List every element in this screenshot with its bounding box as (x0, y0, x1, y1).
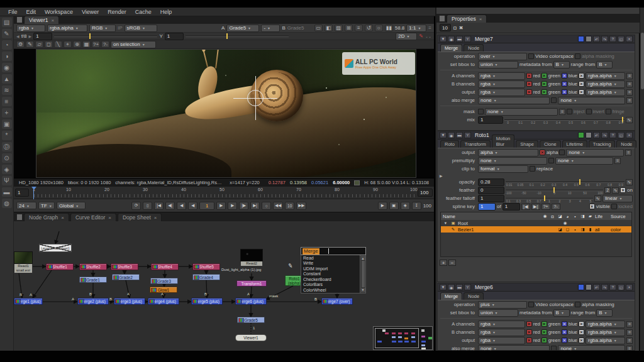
deep-icon[interactable]: Ⓓ (2, 142, 12, 151)
bbox-select[interactable]: union (478, 61, 518, 69)
node-glow1[interactable]: Glow1 (150, 287, 177, 293)
add-point-icon[interactable]: ⊕ (73, 41, 81, 48)
node-shuffle4[interactable]: Shuffle4 (151, 263, 179, 270)
output-select[interactable]: alpha (478, 149, 538, 156)
node-layercontactsheet1-disabled[interactable]: LayerContactSheet1 (39, 244, 72, 252)
curve-icon[interactable]: ∿ (612, 187, 619, 194)
alpha-channel-select[interactable]: rgba.alpha (586, 329, 625, 336)
popup-menu-item[interactable]: UDIM import (301, 266, 360, 272)
alpha-channel-select[interactable]: rgba.alpha (586, 321, 625, 328)
current-frame-input[interactable]: 1 (199, 202, 214, 210)
max-panels-input[interactable]: 10 (440, 24, 451, 31)
feather-input[interactable]: 0 (478, 187, 504, 194)
alpha-checkbox[interactable]: ✕ (579, 321, 584, 327)
undo-icon[interactable]: ↶ (593, 284, 600, 290)
views-icon[interactable]: ⊙ (2, 153, 12, 163)
premult-channel-select[interactable]: none (555, 157, 613, 165)
link-button[interactable]: = (559, 109, 565, 115)
add-shape-button[interactable]: + (440, 260, 447, 266)
node-shuffle1[interactable]: Shuffle1 (46, 263, 74, 270)
toolsets-icon[interactable]: Ψ (2, 176, 12, 185)
checker-icon[interactable]: ▨ (335, 25, 343, 31)
gain-input[interactable]: 1 (33, 33, 52, 40)
gamma-slider[interactable] (186, 33, 289, 39)
expand-icon[interactable]: ⌄⌄ (425, 34, 431, 38)
expander-icon[interactable]: ▶ (440, 173, 443, 178)
float-panel-icon[interactable]: ◱ (618, 132, 625, 138)
node-shuffle3[interactable]: Shuffle3 (111, 263, 138, 270)
alpha-channel-select[interactable]: rgba.alpha (586, 89, 625, 96)
node-merge2-plus[interactable]: Merge2 (plus) (77, 298, 109, 305)
range-out-input[interactable]: 100 (418, 189, 433, 197)
timeline-ruler[interactable]: 1102030405060708090100 (31, 187, 418, 199)
roto-tab[interactable]: Node (616, 140, 636, 148)
color-swatch-icon[interactable]: ▬ (456, 132, 463, 138)
node-merge1-plus[interactable]: Merge1 (plus) (14, 298, 43, 305)
node-search-input[interactable]: Merge (301, 247, 366, 255)
zoom-select[interactable]: 1:1 (406, 25, 426, 32)
premultiply-select[interactable]: none (478, 157, 547, 165)
link-button[interactable]: = (626, 89, 633, 96)
node-tree-icon[interactable]: Y (464, 284, 471, 290)
play-icon[interactable]: ▶ (216, 202, 226, 210)
roto-tab[interactable]: Roto (440, 140, 459, 148)
gear-icon[interactable]: ⚙ (16, 41, 25, 48)
red-checkbox[interactable]: ✕ (526, 81, 532, 87)
mask-select[interactable]: none (485, 108, 558, 116)
popup-menu-item[interactable]: Read (301, 255, 360, 261)
center-node-icon[interactable]: ◉ (448, 36, 455, 42)
node-grade1[interactable]: Grade1 (79, 277, 107, 283)
enable-checkbox[interactable] (578, 132, 584, 138)
node-tree-icon[interactable]: Y (464, 36, 471, 42)
node-grade4[interactable]: Grade4 (192, 274, 220, 280)
link-button[interactable]: = (625, 150, 631, 156)
add-key-icon[interactable]: ?+ (541, 204, 550, 210)
roi-icon[interactable]: ○ (375, 25, 383, 31)
blue-checkbox[interactable]: ✕ (562, 73, 567, 79)
node-transform1[interactable]: Transform1 (236, 280, 267, 287)
menu-item[interactable]: Cache (131, 9, 156, 15)
feather-slider[interactable]: -100-50-1001050100 (506, 187, 603, 193)
feather-on-checkbox[interactable]: ✕ (620, 187, 626, 193)
bypass-checkbox[interactable] (586, 284, 592, 290)
lut-select[interactable]: sRGB (125, 25, 157, 32)
enable-checkbox[interactable] (578, 284, 584, 290)
close-icon[interactable]: × (52, 18, 55, 23)
dock-tab[interactable]: Dope Sheet × (118, 213, 162, 221)
channel-select[interactable]: rgba (478, 329, 525, 336)
link-button[interactable]: = (626, 321, 633, 327)
falloff-type-select[interactable]: linear (602, 195, 633, 202)
fill-icon[interactable]: ◻ (565, 227, 570, 232)
clip-to-select[interactable]: format (478, 165, 528, 173)
falloff-slider[interactable]: 0.10.30.50.712345 (506, 195, 593, 201)
red-checkbox[interactable]: ✕ (526, 337, 532, 343)
render-icon[interactable]: ↧ (412, 202, 421, 210)
also-merge-select2[interactable]: none (558, 97, 625, 104)
playhead[interactable] (33, 187, 34, 199)
redo-icon[interactable]: ↷ (601, 36, 608, 42)
color-icon[interactable]: ◉ (2, 63, 12, 72)
redo-icon[interactable]: ↷ (601, 132, 608, 138)
replace-checkbox[interactable] (530, 166, 535, 172)
alpha-checkbox[interactable]: ✕ (579, 73, 584, 79)
color-swatch-icon[interactable]: ▬ (456, 36, 463, 42)
green-checkbox[interactable]: ✕ (541, 329, 547, 335)
roto-tab[interactable]: Transform (460, 140, 491, 148)
blue-checkbox[interactable]: ✕ (562, 81, 567, 87)
skip-step-input[interactable]: 10 (285, 202, 294, 210)
green-checkbox[interactable]: ✕ (541, 321, 547, 327)
close-icon[interactable]: × (479, 16, 482, 22)
invert-icon[interactable]: ▪ (572, 228, 578, 232)
alpha-layer-select[interactable]: rgba.alpha (47, 25, 87, 32)
menu-item[interactable]: Workspace (40, 9, 77, 15)
brush-icon[interactable]: ✎ (26, 41, 34, 48)
link-button[interactable]: = (626, 81, 633, 87)
select-icon[interactable]: ▱ (35, 41, 43, 48)
view-mode-select[interactable]: 2D (396, 33, 417, 40)
collapse-icon[interactable]: ≡ (428, 25, 431, 31)
skip-fwd-button[interactable]: ▶▶ (296, 202, 306, 210)
color-sample-crosshair[interactable] (233, 76, 277, 120)
enable-checkbox[interactable] (578, 36, 584, 42)
stop-icon[interactable]: ○ (262, 202, 271, 210)
bbox-select[interactable]: union (478, 309, 518, 317)
